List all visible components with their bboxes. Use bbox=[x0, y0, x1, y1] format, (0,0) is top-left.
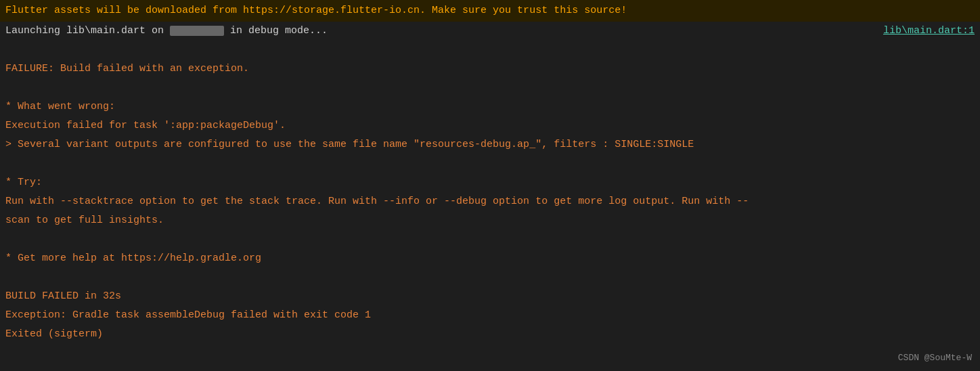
exited-line: Exited (sigterm) bbox=[0, 325, 980, 344]
blank-line-3 bbox=[0, 154, 980, 173]
build-failed-line: BUILD FAILED in 32s bbox=[0, 287, 980, 306]
variant-error-line: > Several variant outputs are configured… bbox=[0, 135, 980, 154]
try-label: * Try: bbox=[0, 173, 980, 192]
help-line: * Get more help at https://help.gradle.o… bbox=[0, 249, 980, 268]
blank-line-2 bbox=[0, 79, 980, 97]
exception-line: Exception: Gradle task assembleDebug fai… bbox=[0, 306, 980, 325]
warning-line: Flutter assets will be downloaded from h… bbox=[0, 0, 980, 22]
blank-line-1 bbox=[0, 41, 980, 60]
launch-line: Launching lib\main.dart on in debug mode… bbox=[0, 22, 980, 41]
terminal-window: Flutter assets will be downloaded from h… bbox=[0, 0, 980, 371]
execution-failed-line: Execution failed for task ':app:packageD… bbox=[0, 116, 980, 135]
try-content-line2: scan to get full insights. bbox=[0, 211, 980, 230]
launch-suffix: in debug mode... bbox=[224, 25, 328, 37]
launch-text: Launching lib\main.dart on in debug mode… bbox=[5, 23, 328, 39]
failure-line: FAILURE: Build failed with an exception. bbox=[0, 60, 980, 79]
what-wrong-label: * What went wrong: bbox=[0, 97, 980, 116]
file-ref-link[interactable]: lib\main.dart:1 bbox=[883, 23, 975, 39]
blank-line-5 bbox=[0, 268, 980, 287]
try-content-line1: Run with --stacktrace option to get the … bbox=[0, 192, 980, 211]
launch-prefix: Launching lib\main.dart on bbox=[5, 25, 170, 37]
device-name-redacted bbox=[170, 26, 224, 36]
blank-line-4 bbox=[0, 230, 980, 249]
watermark: CSDN @SouMte-W bbox=[898, 351, 972, 366]
